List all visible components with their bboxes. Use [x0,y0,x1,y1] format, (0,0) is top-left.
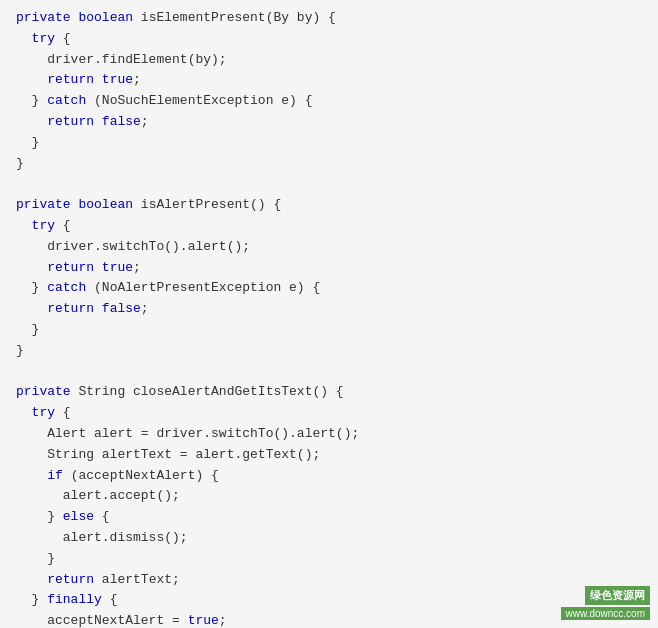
code-line: } [0,549,658,570]
code-line: } [0,320,658,341]
code-viewer: private boolean isElementPresent(By by) … [0,0,658,628]
code-line: if (acceptNextAlert) { [0,466,658,487]
code-line [0,362,658,383]
code-line: Alert alert = driver.switchTo().alert(); [0,424,658,445]
watermark-text: 绿色资源网 [585,586,650,605]
watermark-url: www.downcc.com [561,607,650,620]
code-line: return true; [0,258,658,279]
code-line: try { [0,216,658,237]
code-line: } catch (NoAlertPresentException e) { [0,278,658,299]
code-line: return true; [0,70,658,91]
code-line: } else { [0,507,658,528]
code-line: try { [0,403,658,424]
code-line: } catch (NoSuchElementException e) { [0,91,658,112]
code-line: return false; [0,299,658,320]
code-line: acceptNextAlert = true; [0,611,658,628]
code-line: } [0,133,658,154]
code-line: private boolean isAlertPresent() { [0,195,658,216]
code-line: alert.accept(); [0,486,658,507]
code-line: try { [0,29,658,50]
code-line: private boolean isElementPresent(By by) … [0,8,658,29]
code-line: } finally { [0,590,658,611]
code-line [0,174,658,195]
code-line: driver.findElement(by); [0,50,658,71]
code-line: } [0,154,658,175]
code-line: return false; [0,112,658,133]
watermark: 绿色资源网 www.downcc.com [561,586,650,620]
code-line: String alertText = alert.getText(); [0,445,658,466]
code-line: driver.switchTo().alert(); [0,237,658,258]
code-line: alert.dismiss(); [0,528,658,549]
code-line: private String closeAlertAndGetItsText()… [0,382,658,403]
code-line: } [0,341,658,362]
code-line: return alertText; [0,570,658,591]
